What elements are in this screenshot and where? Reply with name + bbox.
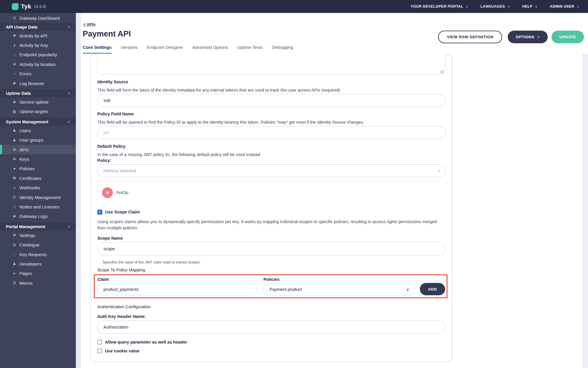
options-button[interactable]: OPTIONS ∨ bbox=[508, 31, 548, 43]
policies-label: Policies bbox=[263, 277, 280, 282]
sidebar-item-key-requests[interactable]: ∴ Key Requests bbox=[0, 250, 76, 259]
chevron-up-icon: ∧ bbox=[68, 25, 70, 29]
menu-developer-portal[interactable]: YOUR DEVELOPER PORTAL ∨ bbox=[410, 4, 468, 9]
allow-query-parameter-label: Allow query parameter as well as header bbox=[105, 340, 187, 344]
menu-admin-user[interactable]: ADMIN USER ∨ bbox=[550, 4, 579, 9]
scope-name-helper: Specifies the value of the JWT claim use… bbox=[103, 260, 201, 264]
use-scope-claim-description: Using scopes claims allows you to dynami… bbox=[97, 219, 446, 231]
policy-select[interactable]: Nothing Selected ▾ bbox=[97, 164, 445, 177]
scope-name-input[interactable] bbox=[97, 242, 445, 255]
phone-icon: ✆ bbox=[12, 195, 17, 199]
section-divider bbox=[91, 180, 452, 180]
update-button[interactable]: UPDATE bbox=[552, 31, 584, 43]
badge-icon: ♥ bbox=[12, 167, 17, 171]
menu-languages[interactable]: LANGUAGES ∨ bbox=[480, 4, 510, 9]
use-cookie-value-label: Use cookie value bbox=[105, 349, 140, 353]
sidebar-item-apis[interactable]: ⚙ APIs bbox=[0, 145, 76, 154]
paw-icon: ∴ bbox=[12, 252, 17, 256]
allow-query-parameter-row: Allow query parameter as well as header bbox=[97, 339, 187, 345]
sidebar-item-log-browser[interactable]: ❃ Log Browser bbox=[0, 79, 76, 88]
menu-help[interactable]: HELP ∨ bbox=[522, 4, 537, 9]
default-policy-description: In the case of a missing JWT policy ID, … bbox=[97, 152, 446, 158]
pie-icon: ◔ bbox=[12, 72, 17, 76]
policy-field-name-label: Policy Field Name bbox=[97, 112, 134, 116]
sidebar-item-errors[interactable]: ◔ Errors bbox=[0, 69, 76, 79]
sidebar-item-catalogue[interactable]: ≣ Catalogue bbox=[0, 240, 76, 249]
list-icon: ▤ bbox=[12, 110, 17, 114]
breadcrumb[interactable]: < APIs bbox=[83, 22, 96, 26]
sidebar-item-pages[interactable]: ❧ Pages bbox=[0, 269, 76, 278]
sidebar-item-service-uptime[interactable]: ❁ Service uptime bbox=[0, 97, 76, 107]
sidebar-item-gateway-logs[interactable]: ❃ Gateway Logs bbox=[0, 212, 76, 221]
remove-policy-button[interactable]: ✕ bbox=[102, 187, 113, 198]
add-button[interactable]: ADD bbox=[420, 283, 445, 295]
sidebar-item-settings[interactable]: ⚒ Settings bbox=[0, 231, 76, 240]
users-icon: ♟ bbox=[12, 262, 17, 266]
sidebar: ⊡ Gateway Dashboard API Usage Data ∧ ❋ A… bbox=[0, 13, 76, 368]
tab-endpoint-designer[interactable]: Endpoint Designer bbox=[147, 45, 183, 54]
identity-source-input[interactable] bbox=[97, 94, 445, 107]
stack-icon: ≣ bbox=[12, 243, 17, 247]
sidebar-section-uptime-data[interactable]: Uptime Data ∧ bbox=[0, 89, 76, 97]
policy-field-name-input[interactable] bbox=[97, 126, 445, 139]
bug-icon: ❃ bbox=[12, 214, 17, 218]
default-policy-label: Default Policy bbox=[97, 144, 126, 149]
allow-query-parameter-checkbox[interactable] bbox=[97, 340, 102, 344]
globe-icon: ⊕ bbox=[12, 62, 17, 66]
chevron-up-icon: ∧ bbox=[68, 120, 70, 124]
sidebar-item-policies[interactable]: ♥ Policies bbox=[0, 164, 76, 173]
sidebar-item-activity-by-api[interactable]: ❋ Activity by API bbox=[0, 31, 76, 40]
policies-select[interactable]: Payment product ∨ bbox=[263, 284, 415, 295]
auth-key-header-name-label: Auth Key Header Name: bbox=[97, 314, 146, 319]
sidebar-section-system-management[interactable]: System Management ∧ bbox=[0, 118, 76, 126]
sidebar-item-endpoint-popularity[interactable]: ⑂ Endpoint popularity bbox=[0, 50, 76, 59]
tab-core-settings[interactable]: Core Settings bbox=[83, 45, 112, 54]
sidebar-section-api-usage-data[interactable]: API Usage Data ∧ bbox=[0, 23, 76, 31]
use-scope-claim-label: Use Scope Claim bbox=[105, 210, 140, 214]
resize-handle-icon[interactable] bbox=[440, 70, 443, 73]
use-scope-claim-checkbox[interactable]: ✓ bbox=[97, 210, 102, 215]
bug-icon: ❃ bbox=[12, 81, 17, 85]
sidebar-item-webhooks[interactable]: ⍾ Webhooks bbox=[0, 183, 76, 192]
identity-source-label: Identity Source bbox=[97, 79, 128, 84]
use-cookie-value-checkbox[interactable] bbox=[97, 349, 102, 353]
sidebar-item-gateway-dashboard[interactable]: ⊡ Gateway Dashboard bbox=[0, 13, 76, 23]
sidebar-section-portal-management[interactable]: Portal Management ∧ bbox=[0, 223, 76, 231]
noop-policy-row: ✕ NoOp bbox=[97, 181, 191, 203]
description-textarea[interactable] bbox=[97, 54, 445, 75]
tab-advanced-options[interactable]: Advanced Options bbox=[192, 45, 228, 54]
sitemap-icon: ⁂ bbox=[12, 157, 17, 161]
policy-label: Policy: bbox=[97, 158, 111, 163]
gears-icon: ⚙ bbox=[12, 147, 17, 152]
key-icon: ⚷ bbox=[12, 43, 17, 47]
top-menu: YOUR DEVELOPER PORTAL ∨ LANGUAGES ∨ HELP… bbox=[410, 4, 579, 9]
bell-icon: ⍾ bbox=[12, 186, 17, 190]
sidebar-item-users[interactable]: ♟ Users bbox=[0, 126, 76, 135]
tab-uptime-tests[interactable]: Uptime Tests bbox=[237, 45, 263, 54]
noop-policy-label: NoOp bbox=[116, 190, 128, 195]
sidebar-item-developers[interactable]: ♟ Developers bbox=[0, 259, 76, 268]
chart-icon: ❋ bbox=[12, 34, 17, 38]
claim-input[interactable] bbox=[97, 284, 258, 295]
sidebar-item-menus[interactable]: ☰ Menus bbox=[0, 278, 76, 288]
sidebar-item-uptime-targets[interactable]: ▤ Uptime targets bbox=[0, 107, 76, 116]
sidebar-item-activity-by-location[interactable]: ⊕ Activity by location bbox=[0, 59, 76, 69]
scrollbar[interactable] bbox=[582, 54, 588, 368]
sidebar-item-certificates[interactable]: ❂ Certificates bbox=[0, 173, 76, 183]
sidebar-item-activity-by-key[interactable]: ⚷ Activity by Key bbox=[0, 40, 76, 50]
sidebar-item-keys[interactable]: ⁂ Keys bbox=[0, 154, 76, 164]
chevron-down-icon: ∨ bbox=[508, 5, 510, 8]
tab-versions[interactable]: Versions bbox=[121, 45, 138, 54]
sidebar-item-user-groups[interactable]: ♟ User groups bbox=[0, 135, 76, 145]
authentication-configuration-label: Authentication Configuration bbox=[97, 304, 151, 309]
sidebar-item-identity-management[interactable]: ✆ Identity Management bbox=[0, 193, 76, 202]
identity-source-description: This field will form the basis of the id… bbox=[97, 87, 446, 93]
view-raw-definition-button[interactable]: VIEW RAW DEFINITION bbox=[438, 31, 502, 43]
auth-key-header-input[interactable] bbox=[97, 321, 445, 334]
monitor-icon: ⊡ bbox=[12, 16, 17, 20]
caret-down-icon: ▾ bbox=[438, 165, 440, 177]
tab-debugging[interactable]: Debugging bbox=[272, 45, 293, 54]
app-version: (4.3.3) bbox=[34, 4, 46, 9]
close-icon: ✕ bbox=[106, 190, 109, 195]
sidebar-item-nodes-and-licenses[interactable]: ⌂ Nodes and Licenses bbox=[0, 202, 76, 211]
